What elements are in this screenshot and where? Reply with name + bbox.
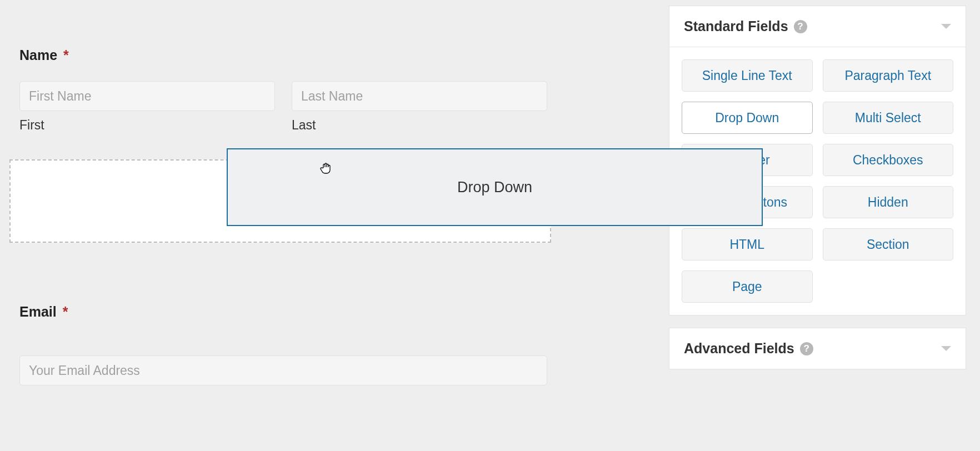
field-btn-label: Section [867,237,909,252]
advanced-fields-title: Advanced Fields [684,340,794,357]
field-btn-checkboxes[interactable]: Checkboxes [823,144,954,176]
field-btn-label: Drop Down [715,111,779,126]
field-btn-label: HTML [729,237,764,252]
field-btn-label: Single Line Text [702,68,792,83]
field-btn-hidden[interactable]: Hidden [823,186,954,218]
name-inputs-row: First Last [19,81,547,133]
email-input[interactable] [19,355,547,385]
last-name-col: Last [292,81,547,133]
field-btn-label: Page [732,279,762,294]
advanced-fields-panel: Advanced Fields ? [669,328,966,369]
field-btn-drop-down[interactable]: Drop Down [682,102,813,134]
field-btn-multi-select[interactable]: Multi Select [823,102,954,134]
field-btn-single-line-text[interactable]: Single Line Text [682,59,813,92]
help-icon[interactable]: ? [800,342,813,355]
required-asterisk: * [63,304,68,319]
name-field-label: Name * [19,47,547,63]
chevron-down-icon[interactable] [941,346,951,351]
first-name-col: First [19,81,275,133]
field-btn-section[interactable]: Section [823,228,954,260]
email-field-label: Email * [19,304,547,320]
standard-fields-header[interactable]: Standard Fields ? [669,6,966,47]
drag-preview-dropdown[interactable]: Drop Down [227,148,763,226]
last-sublabel: Last [292,118,547,133]
field-btn-page[interactable]: Page [682,270,813,303]
help-icon[interactable]: ? [794,20,807,33]
name-label-text: Name [19,47,57,63]
standard-fields-title: Standard Fields [684,18,788,34]
first-sublabel: First [19,118,275,133]
email-label-text: Email [19,304,57,319]
field-btn-label: Hidden [868,195,908,210]
field-btn-html[interactable]: HTML [682,228,813,260]
first-name-input[interactable] [19,81,275,111]
required-asterisk: * [63,47,69,63]
advanced-title-wrap: Advanced Fields ? [684,340,813,357]
chevron-down-icon[interactable] [941,24,951,29]
advanced-fields-header[interactable]: Advanced Fields ? [669,328,966,369]
field-btn-label: Checkboxes [853,153,923,168]
field-btn-label: Paragraph Text [844,68,931,83]
standard-title-wrap: Standard Fields ? [684,18,807,34]
field-btn-label: Multi Select [855,111,921,126]
last-name-input[interactable] [292,81,547,111]
drag-preview-label: Drop Down [457,179,532,196]
field-btn-paragraph-text[interactable]: Paragraph Text [823,59,954,92]
email-field-block: Email * [19,304,547,385]
